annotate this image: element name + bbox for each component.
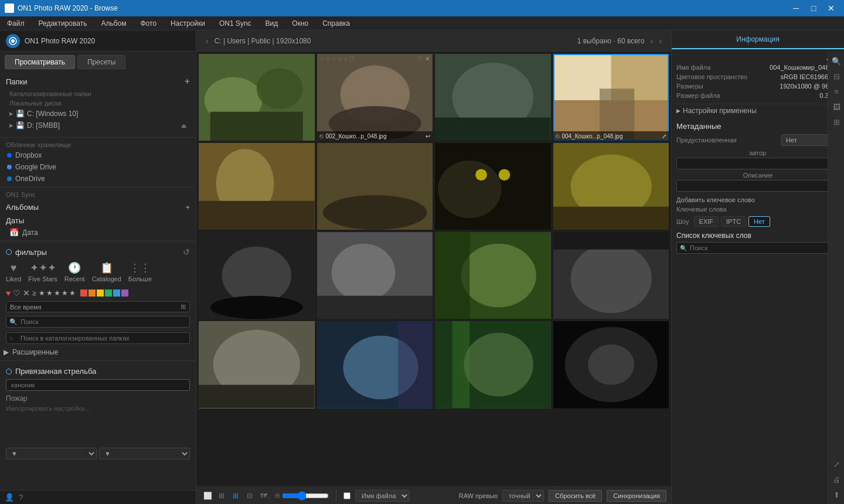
star-1[interactable]: ★ [39,289,45,297]
color-orange[interactable] [89,290,96,297]
right-icon-sliders[interactable]: ⊟ [829,69,843,83]
path-prev-button[interactable]: ‹ [648,35,656,47]
pinned-import-label[interactable]: Импортировать настройки... [6,404,190,413]
tab-browse[interactable]: Просматривать [5,55,75,69]
photo-item-7[interactable] [435,143,551,230]
filters-reset-icon[interactable]: ↺ [183,247,190,257]
add-keyword-button[interactable]: Добавить ключевое слово [676,196,839,203]
photo-item-1[interactable] [199,54,315,141]
albums-add[interactable]: + [185,203,190,212]
menu-view[interactable]: Вид [263,18,281,29]
menu-help[interactable]: Справка [320,18,352,29]
tab-presets[interactable]: Пресеты [77,55,125,69]
photo-item-4[interactable]: ⎋ 004_Кошко...p_048.jpg ⤢ [553,54,669,141]
heart-icon[interactable]: ♡ [417,55,423,63]
filter-recent[interactable]: 🕐 Recent [64,261,85,282]
menu-on1sync[interactable]: ON1 Sync [217,18,254,29]
filename-select[interactable]: Имя файла [355,490,410,502]
filename-checkbox[interactable] [343,492,350,499]
path-next-button[interactable]: › [656,35,664,47]
onedrive-item[interactable]: OneDrive [0,173,196,185]
star-2[interactable]: ★ [46,289,53,297]
menu-photo[interactable]: Фото [138,18,159,29]
view-filmstrip[interactable]: ⊞ [215,489,228,502]
view-grid[interactable]: ⊞ [229,489,242,502]
photo-item-14[interactable] [317,321,433,408]
photo-item-12[interactable] [553,232,669,319]
right-icon-expand[interactable]: ⤢ [829,457,843,471]
right-icon-search[interactable]: 🔍 [829,54,843,68]
color-yellow[interactable] [97,290,104,297]
color-red[interactable] [80,290,87,297]
dropbox-item[interactable]: Dropbox [0,149,196,161]
menu-settings[interactable]: Настройки [168,18,207,29]
menu-edit[interactable]: Редактировать [36,18,90,29]
view-compare[interactable]: ⊟ [243,489,256,502]
right-icon-layers[interactable]: ≡ [829,84,843,98]
view-map[interactable]: 🗺 [257,489,270,502]
menu-album[interactable]: Альбом [98,18,128,29]
color-blue[interactable] [113,290,120,297]
right-icon-photo2[interactable]: ⊞ [829,115,843,129]
exif-tab[interactable]: EXIF [694,216,719,227]
photo-item-8[interactable] [553,143,669,230]
sidebar-help-icon[interactable]: ? [19,493,23,502]
photo-item-2[interactable]: ☆ ☆ ☆ ☆ ☆ ☐ ♡ ✕ ⎋ 002_Кошко...p_048.jpg [317,54,433,141]
pinned-input[interactable] [6,379,190,391]
disk-d-item[interactable]: ▶ 💾 D: [SMBB] ⏏ [6,120,190,131]
photo-item-15[interactable] [435,321,551,408]
bottom-select-2[interactable]: ▼ [99,448,190,459]
sync-button[interactable]: Синхронизация [607,490,666,502]
none-tab[interactable]: Нет [748,216,770,227]
raw-select[interactable]: точный [502,490,544,502]
photo-item-9[interactable] [199,232,315,319]
photo-item-16[interactable] [553,321,669,408]
photo-item-5[interactable] [199,143,315,230]
disk-d-eject[interactable]: ⏏ [181,122,186,129]
photo-item-6[interactable] [317,143,433,230]
maximize-button[interactable]: □ [805,0,822,16]
color-green[interactable] [105,290,112,297]
filter-heart-filled[interactable]: ♥ [6,288,11,298]
google-drive-item[interactable]: Google Drive [0,161,196,173]
folders-add-button[interactable]: + [185,76,190,87]
filter-five-stars[interactable]: ✦✦✦ Five Stars [28,261,57,282]
path-back-button[interactable]: ‹ [203,35,211,47]
filter-liked[interactable]: ♥ Liked [6,262,21,282]
reset-all-button[interactable]: Сбросить всё [549,490,602,502]
photo-item-13[interactable] [199,321,315,408]
sidebar-person-icon[interactable]: 👤 [5,493,14,502]
right-icon-upload[interactable]: ⬆ [829,488,843,502]
minimize-button[interactable]: ─ [788,0,804,16]
settings-applied-section[interactable]: ▶ Настройки применены ⌄ [676,104,839,117]
right-icon-print[interactable]: 🖨 [829,472,843,486]
close-icon[interactable]: ✕ [425,55,430,63]
info-tab[interactable]: Информация [672,30,844,49]
photo-item-10[interactable] [317,232,433,319]
time-filter[interactable]: Все время ⊞ [6,301,190,312]
photo-item-3[interactable] [435,54,551,141]
menu-window[interactable]: Окно [290,18,311,29]
menu-file[interactable]: Файл [5,18,27,29]
date-item[interactable]: 📅 Дата [0,226,196,239]
search-catalog-input[interactable] [6,332,190,344]
close-button[interactable]: ✕ [823,0,839,16]
star-5[interactable]: ★ [69,289,76,297]
search-input[interactable] [6,316,190,328]
bottom-select-1[interactable]: ▼ [6,448,97,459]
photo-item-11[interactable] [435,232,551,319]
filter-x-button[interactable]: ✕ [23,288,30,298]
filter-more[interactable]: ⋮⋮ Больше [128,261,152,282]
advanced-item[interactable]: ▶ Расширенные [0,346,196,358]
filter-heart-empty[interactable]: ♡ [13,288,21,298]
view-monitor[interactable]: ⬜ [201,489,214,502]
description-input[interactable] [676,180,839,192]
color-purple[interactable] [121,290,128,297]
star-4[interactable]: ★ [62,289,68,297]
thumb-size-slider[interactable] [282,491,329,500]
iptc-tab[interactable]: IPTC [721,216,746,227]
keywords-search-input[interactable] [676,242,839,254]
author-input[interactable] [676,158,839,169]
star-3[interactable]: ★ [54,289,60,297]
right-icon-photo[interactable]: 🖼 [829,100,843,114]
